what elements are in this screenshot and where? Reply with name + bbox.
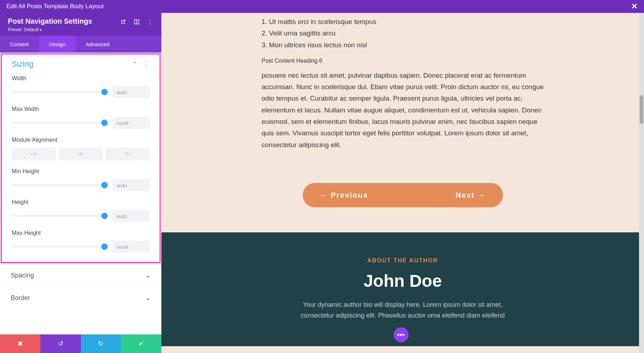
redo-button[interactable]: ↻ <box>81 334 121 353</box>
slider-handle[interactable] <box>101 89 108 95</box>
chevron-up-icon[interactable]: ⌃ <box>133 61 137 68</box>
discard-button[interactable]: ✖ <box>0 334 40 353</box>
svg-point-1 <box>124 20 125 21</box>
author-bio: Your dynamic author bio will display her… <box>288 299 517 321</box>
preview-canvas: 1. Ut mattis orci in scelerisque tempus … <box>161 13 644 353</box>
columns-icon[interactable] <box>133 19 140 25</box>
slider-handle[interactable] <box>101 182 108 188</box>
slider-handle[interactable] <box>101 243 108 250</box>
min-height-value[interactable]: auto <box>112 179 150 191</box>
heading-6: Post Content Heading 6 <box>262 56 544 66</box>
chevron-down-icon: ⌄ <box>145 294 151 302</box>
list-item: 1. Ut mattis orci in scelerisque tempus <box>262 16 544 27</box>
min-height-label: Min Height <box>12 168 150 175</box>
slider-handle[interactable] <box>101 213 108 219</box>
expand-icon[interactable] <box>120 19 126 25</box>
max-height-value[interactable]: none <box>112 241 150 253</box>
align-right-button[interactable] <box>106 148 150 160</box>
border-label: Border <box>11 294 145 302</box>
list-item: 2. Velit urna sagittis arcu <box>262 28 544 39</box>
scrollbar-track[interactable] <box>639 13 644 353</box>
align-center-button[interactable] <box>59 148 103 160</box>
spacing-label: Spacing <box>11 272 145 279</box>
body-paragraph: posuere nec lectus sit amet, pulvinar da… <box>262 70 544 151</box>
width-value[interactable]: auto <box>112 86 150 98</box>
max-height-label: Max Height <box>12 230 150 236</box>
more-icon[interactable]: ⋮ <box>147 19 153 25</box>
height-slider[interactable] <box>12 215 104 217</box>
top-bar: Edit All Posts Template Body Layout ✕ <box>0 0 644 13</box>
topbar-title: Edit All Posts Template Body Layout <box>6 3 104 10</box>
sizing-title: Sizing <box>12 59 133 69</box>
height-value[interactable]: auto <box>112 210 150 222</box>
max-height-slider[interactable] <box>12 246 104 248</box>
max-width-label: Max Width <box>12 106 150 112</box>
close-icon[interactable]: ✕ <box>631 2 638 11</box>
tab-design[interactable]: Design <box>39 36 76 53</box>
border-section[interactable]: Border ⌄ <box>0 286 161 309</box>
slider-handle[interactable] <box>101 120 108 126</box>
list-item: 3. Mon ultrices risus lectus non nisl <box>262 40 544 50</box>
preset-dropdown[interactable]: Preset: Default <box>8 27 120 32</box>
author-name: John Doe <box>233 271 572 291</box>
undo-button[interactable]: ↺ <box>40 334 81 353</box>
max-width-value[interactable]: none <box>112 117 150 129</box>
save-button[interactable]: ✔ <box>121 334 161 353</box>
scrollbar-thumb[interactable] <box>640 95 643 124</box>
fab-more-icon[interactable]: ••• <box>394 327 409 342</box>
bottom-actions: ✖ ↺ ↻ ✔ <box>0 334 161 353</box>
min-height-slider[interactable] <box>12 184 104 186</box>
settings-tabs: Content Design Advanced <box>0 36 161 53</box>
spacing-section[interactable]: Spacing ⌄ <box>0 264 161 286</box>
panel-more-icon[interactable]: ⋮ <box>142 60 150 68</box>
width-slider[interactable] <box>12 91 104 93</box>
alignment-label: Module Alignment <box>12 137 150 143</box>
prev-link[interactable]: ← Previous <box>320 191 369 199</box>
about-label: ABOUT THE AUTHOR <box>233 257 572 264</box>
chevron-down-icon: ⌄ <box>145 271 151 279</box>
align-left-button[interactable] <box>12 148 56 160</box>
post-navigation: ← Previous Next → <box>303 183 503 207</box>
max-width-slider[interactable] <box>12 122 104 124</box>
sizing-panel: Sizing ⌃ ⋮ Width auto Max Width <box>1 53 161 263</box>
tab-advanced[interactable]: Advanced <box>75 36 119 53</box>
width-label: Width <box>12 75 150 82</box>
tab-content[interactable]: Content <box>0 36 39 53</box>
settings-sidebar: Post Navigation Settings Preset: Default… <box>0 13 161 353</box>
height-label: Height <box>12 199 150 205</box>
sidebar-header: Post Navigation Settings Preset: Default… <box>0 13 161 36</box>
next-link[interactable]: Next → <box>455 191 486 199</box>
sidebar-title: Post Navigation Settings <box>8 17 120 25</box>
